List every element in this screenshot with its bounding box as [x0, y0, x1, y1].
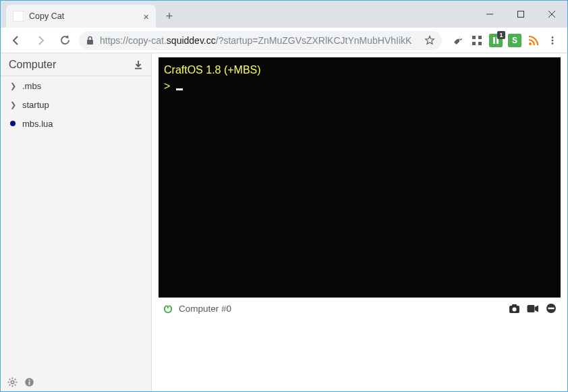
file-label: mbs.lua: [22, 119, 53, 129]
star-icon[interactable]: [424, 35, 435, 46]
status-bar: Computer #0: [159, 298, 561, 319]
main-panel: CraftOS 1.8 (+MBS) > Computer #0: [152, 53, 567, 391]
camera-icon[interactable]: [509, 304, 520, 314]
minimize-button[interactable]: [474, 4, 505, 24]
svg-point-13: [552, 36, 554, 38]
terminal[interactable]: CraftOS 1.8 (+MBS) >: [159, 57, 561, 298]
svg-rect-31: [167, 303, 169, 306]
chevron-right-icon: ❯: [9, 82, 17, 90]
content-area: Computer ❯ .mbs ❯ startup mbs.lua: [1, 53, 567, 391]
browser-toolbar: https://copy-cat.squiddev.cc/?startup=Zn…: [1, 28, 567, 53]
svg-rect-5: [87, 40, 93, 45]
menu-icon[interactable]: [546, 34, 559, 47]
extension-green-icon[interactable]: 1: [489, 34, 503, 47]
svg-point-12: [529, 43, 532, 45]
power-icon[interactable]: [163, 303, 173, 314]
svg-line-25: [9, 385, 11, 386]
window-close-button[interactable]: [536, 4, 567, 24]
extensions-area: 1 S: [446, 34, 562, 47]
cursor: [176, 88, 183, 90]
lua-icon: [9, 121, 17, 126]
svg-rect-33: [512, 304, 517, 306]
svg-point-14: [552, 39, 554, 41]
extension-s-icon[interactable]: S: [508, 34, 521, 47]
svg-point-34: [513, 307, 517, 311]
apps-icon[interactable]: [470, 34, 484, 47]
file-label: .mbs: [22, 81, 41, 91]
rss-icon[interactable]: [527, 34, 540, 47]
svg-rect-8: [472, 42, 476, 45]
back-button[interactable]: [6, 30, 26, 51]
maximize-button[interactable]: [505, 4, 536, 24]
browser-tab[interactable]: Copy Cat ×: [6, 5, 156, 28]
file-list: ❯ .mbs ❯ startup mbs.lua: [1, 76, 151, 391]
lock-icon: [86, 36, 94, 45]
info-icon[interactable]: [24, 377, 34, 387]
gear-icon[interactable]: [7, 377, 18, 387]
address-bar[interactable]: https://copy-cat.squiddev.cc/?startup=Zn…: [79, 31, 442, 50]
close-icon[interactable]: ×: [143, 11, 149, 22]
file-label: startup: [22, 100, 49, 110]
sidebar-title: Computer: [9, 59, 56, 71]
svg-rect-28: [29, 382, 30, 385]
svg-line-24: [15, 379, 16, 381]
tab-title: Copy Cat: [29, 11, 64, 21]
svg-rect-37: [548, 308, 555, 309]
svg-rect-0: [13, 11, 24, 22]
svg-point-27: [28, 379, 30, 381]
sidebar-footer: [7, 377, 34, 387]
sidebar-header: Computer: [1, 53, 151, 76]
terminal-prompt: >: [164, 80, 173, 92]
svg-rect-7: [478, 36, 482, 39]
svg-line-23: [15, 385, 16, 386]
window-titlebar: Copy Cat × +: [1, 1, 567, 28]
sidebar: Computer ❯ .mbs ❯ startup mbs.lua: [1, 53, 152, 391]
svg-point-15: [552, 43, 554, 45]
svg-rect-35: [528, 305, 535, 312]
terminal-line: CraftOS 1.8 (+MBS): [164, 64, 261, 76]
file-item-folder[interactable]: ❯ startup: [1, 95, 151, 114]
download-icon[interactable]: [134, 60, 143, 69]
file-item-lua[interactable]: mbs.lua: [1, 114, 151, 133]
svg-rect-10: [493, 37, 495, 44]
svg-rect-9: [478, 42, 482, 45]
computer-label: Computer #0: [179, 304, 231, 314]
file-item-folder[interactable]: ❯ .mbs: [1, 76, 151, 95]
extension-badge: 1: [497, 31, 505, 39]
tab-favicon: [13, 11, 24, 22]
svg-point-17: [11, 381, 13, 383]
svg-rect-6: [472, 36, 476, 39]
new-tab-button[interactable]: +: [160, 7, 179, 26]
forward-button[interactable]: [30, 30, 51, 51]
url-text: https://copy-cat.squiddev.cc/?startup=Zn…: [100, 35, 419, 46]
window-controls: [474, 1, 567, 28]
chevron-right-icon: ❯: [9, 101, 17, 109]
svg-rect-2: [518, 11, 524, 18]
do-not-disturb-icon[interactable]: [546, 303, 557, 314]
wrench-icon[interactable]: [451, 34, 465, 47]
reload-button[interactable]: [55, 30, 75, 51]
video-icon[interactable]: [527, 304, 539, 313]
svg-line-22: [9, 379, 11, 381]
